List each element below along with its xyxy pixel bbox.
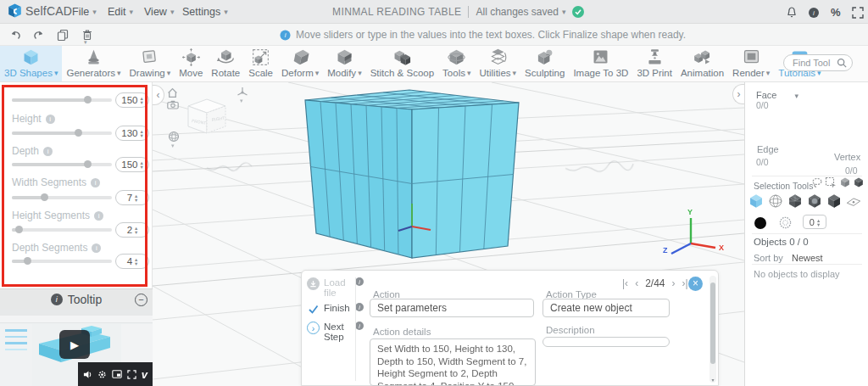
spinner-arrows-icon[interactable]: ▴▾ — [135, 257, 137, 266]
toolbar-item-image-to-3d[interactable]: Image To 3D — [569, 46, 632, 81]
height-segments-slider[interactable] — [12, 228, 112, 232]
view-cube[interactable]: FRONT RIGHT — [183, 94, 231, 138]
spinner-arrows-icon[interactable]: ▴▾ — [135, 226, 137, 234]
sort-select[interactable]: Newest — [792, 253, 823, 263]
menu-file[interactable]: File▾ — [72, 0, 97, 24]
width-segments-slider[interactable] — [12, 196, 112, 199]
notifications-bell-icon[interactable] — [785, 6, 798, 20]
action-input[interactable] — [370, 299, 534, 317]
search-icon[interactable] — [837, 58, 847, 68]
action-details-textarea[interactable]: Set Width to 150, Height to 130, Depth t… — [370, 338, 536, 386]
spinner-arrows-icon[interactable]: ▴▾ — [140, 129, 142, 137]
depth-value-spinner[interactable]: 150 ▴▾ — [115, 157, 149, 172]
cube-select-icon[interactable] — [839, 176, 851, 188]
video-settings-gear-icon[interactable] — [97, 370, 107, 379]
select-plane-mode-icon[interactable] — [845, 193, 862, 210]
video-play-button[interactable]: ▶ — [59, 330, 90, 359]
video-fullscreen-icon[interactable] — [127, 370, 136, 379]
width-segments-label: Width Segmentsi — [12, 176, 100, 188]
action-type-input[interactable] — [542, 299, 670, 317]
tooltip-minimize-button[interactable]: − — [135, 294, 147, 306]
spinner-arrows-icon[interactable]: ▴▾ — [140, 160, 142, 169]
toolbar-item-render[interactable]: Render▾ — [728, 46, 774, 81]
depth-slider[interactable] — [12, 163, 112, 166]
lasso-select-icon[interactable] — [811, 176, 823, 188]
tutorial-video-player[interactable]: ▶ v — [0, 310, 153, 386]
deform-icon — [290, 48, 311, 67]
last-page-button[interactable]: ›| — [682, 277, 687, 289]
delete-caret-icon[interactable]: ▾ — [84, 39, 87, 46]
selfcad-logo-icon — [7, 3, 23, 19]
spinner-arrows-icon[interactable]: ▴▾ — [817, 218, 820, 227]
save-status[interactable]: All changes saved ▾ — [476, 6, 565, 18]
box-select-icon[interactable] — [825, 176, 837, 188]
depth-segments-spinner[interactable]: 4 ▴▾ — [115, 254, 149, 269]
cube-select-alt-icon[interactable] — [853, 176, 865, 188]
axis-display-caret-icon[interactable]: ▾ — [240, 98, 243, 104]
menu-edit[interactable]: Edit▾ — [108, 0, 133, 24]
spinner-arrows-icon[interactable]: ▴▾ — [135, 193, 137, 202]
panel-scrollbar[interactable]: ▾ — [709, 276, 716, 383]
brush-soft-icon[interactable] — [779, 216, 792, 229]
toolbar-item-3d-print[interactable]: 3D Print — [632, 46, 676, 81]
info-icon: i — [355, 277, 364, 286]
home-view-icon[interactable] — [167, 87, 178, 98]
toolbar-item-sculpting[interactable]: Sculpting — [520, 46, 569, 81]
toolbar-item-tools[interactable]: Tools▾ — [438, 46, 475, 81]
toolbar-item-utilities[interactable]: Utilities▾ — [475, 46, 520, 81]
toolbar-item-stitch-scoop[interactable]: Stitch & Scoop — [366, 46, 438, 81]
toolbar-item-generators[interactable]: Generators▾ — [62, 46, 125, 81]
globe-caret-icon[interactable]: ▾ — [171, 143, 175, 149]
brush-size-spinner[interactable]: 0 ▴▾ — [803, 215, 826, 229]
toolbar-item-drawing[interactable]: Drawing▾ — [125, 46, 175, 81]
height-segments-spinner[interactable]: 2 ▴▾ — [115, 222, 149, 238]
vimeo-logo-icon[interactable]: v — [142, 368, 147, 381]
select-wireframe-mode-icon[interactable] — [767, 193, 784, 210]
select-face-mode-icon[interactable] — [826, 193, 843, 210]
brush-solid-icon[interactable] — [754, 216, 767, 230]
toolbar-item-rotate[interactable]: Rotate — [207, 46, 244, 81]
first-page-button[interactable]: |‹ — [622, 277, 628, 289]
toolbar-item-3d-shapes[interactable]: 3D Shapes▾ — [0, 46, 62, 81]
app-logo[interactable]: SelfCAD — [7, 3, 72, 19]
toolbar-item-modify[interactable]: Modify▾ — [323, 46, 365, 81]
description-input[interactable] — [542, 337, 670, 347]
toolbar-item-animation[interactable]: Animation — [676, 46, 728, 81]
select-solid-mode-icon[interactable] — [748, 193, 765, 210]
next-page-button[interactable]: › — [671, 277, 675, 289]
redo-icon[interactable] — [32, 28, 46, 42]
width-segments-spinner[interactable]: 7 ▴▾ — [115, 190, 149, 205]
depth-segments-slider[interactable] — [12, 260, 112, 263]
fullscreen-icon[interactable] — [851, 6, 865, 20]
face-mode-selector[interactable]: Face ▾ — [756, 90, 798, 100]
height-value-spinner[interactable]: 130 ▴▾ — [115, 126, 149, 141]
axis-display-icon[interactable] — [236, 87, 248, 98]
perspective-globe-icon[interactable] — [168, 131, 180, 143]
spinner-arrows-icon[interactable]: ▴▾ — [140, 96, 142, 104]
menu-settings[interactable]: Settings▾ — [182, 0, 228, 24]
copy-icon[interactable] — [56, 28, 70, 42]
info-icon: i — [355, 322, 364, 330]
width-value-spinner[interactable]: 150 ▴▾ — [115, 92, 149, 108]
close-panel-button[interactable]: × — [688, 277, 703, 291]
select-sphere-cube-mode-icon[interactable] — [806, 193, 823, 210]
toolbar-item-move[interactable]: Move — [175, 46, 207, 81]
height-slider[interactable] — [12, 131, 112, 135]
info-icon[interactable]: i — [807, 6, 821, 20]
scroll-down-arrow-icon[interactable]: ▾ — [709, 377, 716, 383]
select-voxel-mode-icon[interactable] — [787, 193, 804, 210]
toolbar-item-deform[interactable]: Deform▾ — [277, 46, 323, 81]
width-slider[interactable] — [12, 98, 112, 102]
menu-view[interactable]: View▾ — [144, 0, 174, 24]
camera-icon[interactable] — [167, 100, 179, 109]
pip-icon[interactable] — [112, 370, 122, 378]
delete-trash-icon[interactable] — [81, 28, 94, 42]
download-icon — [309, 280, 317, 288]
toolbar-item-scale[interactable]: Scale — [244, 46, 277, 81]
vertex-count: 0/0 — [845, 165, 858, 176]
prev-page-button[interactable]: ‹ — [635, 277, 638, 289]
shortcuts-percent-icon[interactable]: % — [831, 6, 844, 20]
find-tool-search[interactable]: Find Tool — [783, 54, 853, 71]
undo-icon[interactable] — [8, 28, 22, 42]
volume-icon[interactable] — [83, 370, 92, 379]
